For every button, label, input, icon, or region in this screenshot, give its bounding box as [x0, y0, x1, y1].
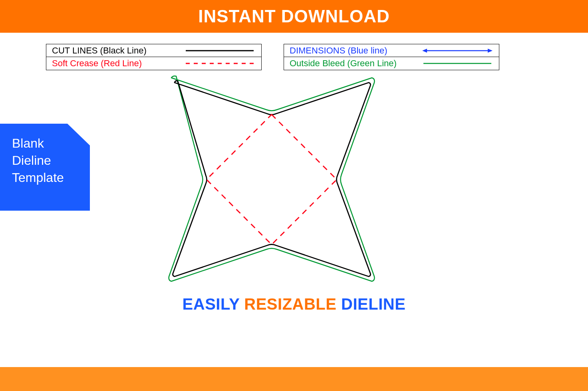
legend-row-dimensions: DIMENSIONS (Blue line) — [284, 44, 499, 57]
legend-row-bleed: Outside Bleed (Green Line) — [284, 57, 499, 70]
legend-label-bleed: Outside Bleed (Green Line) — [290, 58, 421, 69]
tagline-word2: RESIZABLE — [244, 295, 336, 313]
legend-row-cut: CUT LINES (Black Line) — [46, 44, 261, 57]
legend-symbol-dimensions — [421, 47, 493, 55]
svg-marker-3 — [422, 49, 427, 53]
legend-label-cut: CUT LINES (Black Line) — [52, 45, 184, 56]
legend-symbol-cut — [184, 47, 256, 55]
badge-blank-dieline: Blank Dieline Template — [0, 124, 90, 211]
legend-row-crease: Soft Crease (Red Line) — [46, 57, 261, 70]
tagline-word3: DIELINE — [341, 295, 405, 313]
header-banner: INSTANT DOWNLOAD — [0, 0, 588, 33]
footer-banner — [0, 367, 588, 391]
legend-label-crease: Soft Crease (Red Line) — [52, 58, 184, 69]
legend-label-dimensions: DIMENSIONS (Blue line) — [290, 45, 421, 56]
dieline-diagram — [166, 74, 377, 285]
svg-marker-4 — [488, 49, 493, 53]
header-title: INSTANT DOWNLOAD — [198, 6, 390, 26]
legend-right: DIMENSIONS (Blue line) Outside Bleed (Gr… — [284, 44, 499, 70]
legend-left: CUT LINES (Black Line) Soft Crease (Red … — [46, 44, 262, 70]
legend-symbol-bleed — [421, 59, 493, 67]
legend-container: CUT LINES (Black Line) Soft Crease (Red … — [46, 44, 499, 70]
badge-line2: Dieline — [12, 152, 82, 169]
legend-symbol-crease — [184, 59, 256, 67]
tagline: EASILY RESIZABLE DIELINE — [0, 295, 588, 313]
badge-line3: Template — [12, 169, 82, 186]
tagline-word1: EASILY — [183, 295, 240, 313]
badge-line1: Blank — [12, 135, 82, 152]
